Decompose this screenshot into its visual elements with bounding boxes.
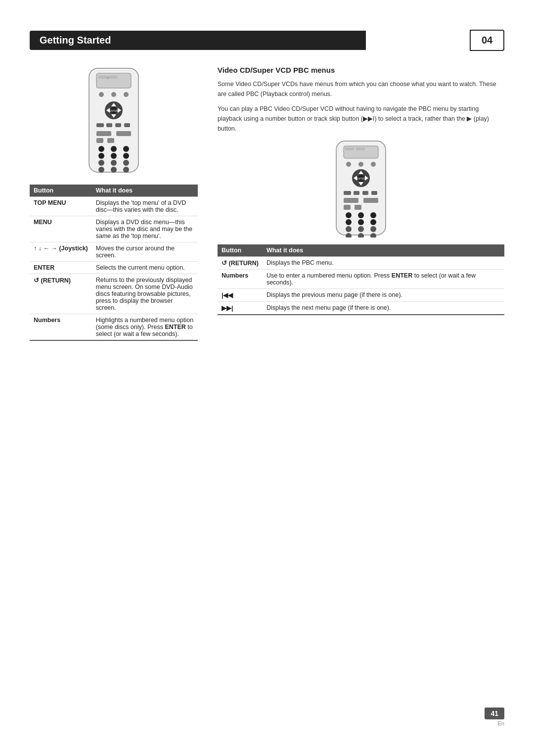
svg-rect-53 (344, 198, 358, 203)
button-description: Displays the PBC menu. (263, 257, 504, 270)
svg-point-58 (358, 212, 364, 218)
svg-point-64 (358, 226, 364, 232)
button-label: ↺ (RETURN) (218, 257, 263, 270)
svg-rect-1 (96, 73, 131, 88)
svg-point-25 (123, 146, 129, 152)
button-description: Use to enter a numbered menu option. Pre… (263, 270, 504, 289)
svg-rect-22 (107, 138, 114, 143)
button-description: Displays the previous menu page (if ther… (263, 289, 504, 302)
svg-rect-37 (345, 147, 354, 150)
svg-rect-18 (124, 123, 130, 127)
main-content: DISPLAY ENTER (30, 66, 504, 341)
svg-rect-15 (96, 123, 104, 127)
button-description: Displays the 'top menu' of a DVD disc—th… (92, 197, 198, 216)
button-description: Moves the cursor around the screen. (92, 242, 198, 262)
svg-point-39 (346, 162, 351, 167)
svg-point-34 (123, 167, 129, 173)
svg-point-5 (99, 92, 104, 97)
svg-point-27 (111, 153, 117, 159)
table-row: ↺ (RETURN)Returns to the previously disp… (30, 274, 198, 314)
table-row: ENTERSelects the current menu option. (30, 262, 198, 274)
svg-point-61 (358, 219, 364, 225)
svg-point-60 (346, 219, 352, 225)
svg-point-62 (370, 219, 376, 225)
table-row: ↺ (RETURN)Displays the PBC menu. (218, 257, 504, 270)
left-table-col1: Button (30, 185, 92, 197)
button-label: MENU (30, 216, 92, 242)
svg-point-65 (370, 226, 376, 232)
svg-rect-51 (362, 191, 368, 195)
table-row: NumbersUse to enter a numbered menu opti… (218, 270, 504, 289)
table-row: NumbersHighlights a numbered menu option… (30, 314, 198, 341)
table-row: TOP MENUDisplays the 'top menu' of a DVD… (30, 197, 198, 216)
button-description: Selects the current menu option. (92, 262, 198, 274)
button-label: Numbers (30, 314, 92, 341)
svg-point-31 (123, 160, 129, 166)
svg-rect-38 (356, 147, 365, 150)
table-row: ↑ ↓ ← → (Joystick)Moves the cursor aroun… (30, 242, 198, 262)
section-title: Video CD/Super VCD PBC menus (218, 66, 504, 74)
button-label: Numbers (218, 270, 263, 289)
right-table: Button What it does ↺ (RETURN)Displays t… (218, 244, 504, 315)
table-row: MENUDisplays a DVD disc menu—this varies… (30, 216, 198, 242)
svg-rect-4 (109, 76, 118, 79)
button-label: |◀◀ (218, 289, 263, 302)
table-row: |◀◀Displays the previous menu page (if t… (218, 289, 504, 302)
button-description: Returns to the previously displayed menu… (92, 274, 198, 314)
svg-point-33 (111, 167, 117, 173)
left-table-col2: What it does (92, 185, 198, 197)
section-para1: Some Video CD/Super VCDs have menus from… (218, 79, 504, 99)
page-header: Getting Started 04 (30, 30, 504, 51)
svg-rect-17 (115, 123, 121, 127)
svg-point-7 (124, 92, 129, 97)
button-description: Displays the next menu page (if there is… (263, 302, 504, 315)
svg-rect-50 (354, 191, 359, 195)
svg-point-63 (346, 226, 352, 232)
page-language: En (485, 720, 504, 726)
page-footer: 41 En (485, 708, 504, 726)
svg-point-29 (98, 160, 104, 166)
svg-point-32 (98, 167, 104, 173)
button-label: ENTER (30, 262, 92, 274)
table-row: ▶▶|Displays the next menu page (if there… (218, 302, 504, 315)
button-description: Displays a DVD disc menu—this varies wit… (92, 216, 198, 242)
button-description: Highlights a numbered menu option (some … (92, 314, 198, 341)
svg-rect-21 (96, 138, 103, 143)
svg-rect-52 (371, 191, 377, 195)
svg-point-28 (123, 153, 129, 159)
svg-rect-19 (96, 131, 111, 136)
svg-point-24 (111, 146, 117, 152)
svg-point-41 (371, 162, 376, 167)
svg-rect-54 (363, 198, 378, 203)
svg-point-40 (358, 162, 363, 167)
right-column: Video CD/Super VCD PBC menus Some Video … (218, 66, 504, 341)
svg-text:ENTER: ENTER (110, 109, 118, 112)
chapter-title: Getting Started (30, 31, 366, 50)
chapter-number: 04 (470, 30, 504, 51)
svg-rect-55 (344, 205, 351, 210)
left-column: DISPLAY ENTER (30, 66, 198, 341)
left-table: Button What it does TOP MENUDisplays the… (30, 185, 198, 341)
svg-point-26 (98, 153, 104, 159)
button-label: TOP MENU (30, 197, 92, 216)
svg-point-6 (111, 92, 116, 97)
button-label: ▶▶| (218, 302, 263, 315)
remote-control-left: DISPLAY ENTER (79, 66, 148, 175)
svg-rect-56 (355, 205, 361, 210)
svg-rect-16 (106, 123, 112, 127)
section-para2: You can play a PBC Video CD/Super VCD wi… (218, 104, 504, 134)
svg-point-30 (111, 160, 117, 166)
right-table-col1: Button (218, 244, 263, 257)
page-number: 41 (485, 708, 504, 719)
svg-point-23 (98, 146, 104, 152)
button-label: ↑ ↓ ← → (Joystick) (30, 242, 92, 262)
remote-control-right: ENTER (326, 139, 396, 237)
svg-rect-20 (116, 131, 131, 136)
button-label: ↺ (RETURN) (30, 274, 92, 314)
svg-text:ENTER: ENTER (357, 177, 365, 180)
svg-point-59 (370, 212, 376, 218)
right-table-col2: What it does (263, 244, 504, 257)
svg-point-57 (346, 212, 352, 218)
svg-rect-49 (344, 191, 351, 195)
svg-rect-3 (98, 76, 107, 79)
